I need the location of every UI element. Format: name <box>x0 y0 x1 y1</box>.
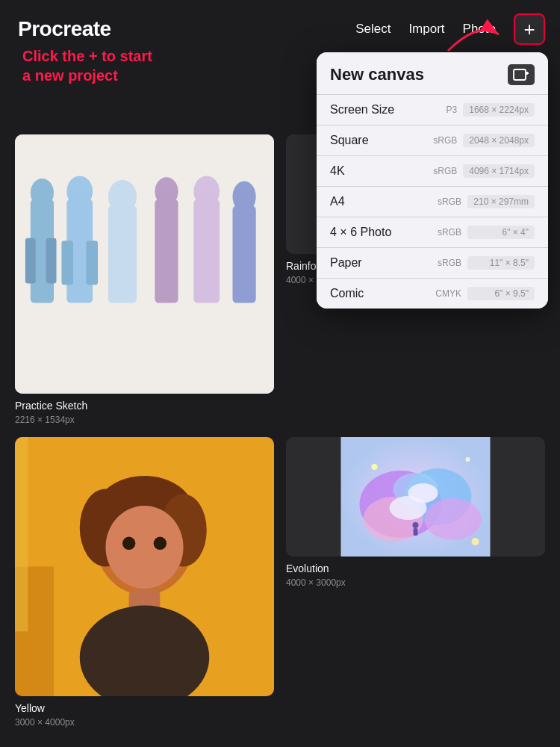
svg-rect-14 <box>193 199 220 303</box>
svg-point-40 <box>122 537 135 550</box>
svg-point-41 <box>154 537 167 550</box>
svg-point-13 <box>155 177 178 205</box>
svg-point-54 <box>472 538 479 545</box>
svg-rect-9 <box>86 241 98 285</box>
gallery-item-title-evolution: Evolution <box>286 562 545 574</box>
svg-point-53 <box>466 457 470 462</box>
photo-button[interactable]: Photo <box>463 22 496 37</box>
svg-rect-5 <box>46 238 57 284</box>
annotation-line2: a new project <box>22 66 152 85</box>
gallery-item-dims-yellow: 3000 × 4000px <box>15 717 274 728</box>
header: Procreate Select Import Photo + <box>0 0 560 52</box>
canvas-row-size-6: 6" × 9.5" <box>467 287 535 300</box>
panel-header: New canvas <box>317 52 548 94</box>
canvas-row-1[interactable]: SquaresRGB2048 × 2048px <box>317 125 548 155</box>
svg-rect-4 <box>25 238 36 284</box>
svg-rect-10 <box>108 205 137 303</box>
canvas-row-profile-0: P3 <box>447 105 458 115</box>
canvas-row-profile-5: sRGB <box>438 258 461 268</box>
svg-rect-51 <box>414 528 418 536</box>
svg-point-15 <box>193 176 220 208</box>
gallery-item-dims-practice-sketch: 2216 × 1534px <box>15 415 274 425</box>
canvas-row-size-5: 11" × 8.5" <box>467 256 535 270</box>
gallery-item-evolution[interactable]: Evolution 4000 × 3000px <box>286 437 545 728</box>
import-button[interactable]: Import <box>408 22 444 37</box>
gallery-thumb-practice-sketch <box>15 134 274 394</box>
svg-point-46 <box>425 498 482 540</box>
svg-rect-16 <box>232 205 255 303</box>
plus-icon: + <box>523 18 535 41</box>
svg-point-17 <box>232 181 255 212</box>
select-button[interactable]: Select <box>355 22 391 37</box>
gallery-thumb-evolution <box>286 437 545 557</box>
gallery-item-title-yellow: Yellow <box>15 702 274 714</box>
canvas-row-profile-4: sRGB <box>438 227 461 238</box>
canvas-row-size-3: 210 × 297mm <box>467 195 535 208</box>
canvas-row-3[interactable]: A4sRGB210 × 297mm <box>317 186 548 217</box>
canvas-row-6[interactable]: ComicCMYK6" × 9.5" <box>317 278 548 309</box>
new-canvas-button[interactable]: + <box>514 13 545 45</box>
header-actions: Select Import Photo + <box>355 13 545 45</box>
svg-rect-32 <box>15 437 28 631</box>
canvas-row-size-0: 1668 × 2224px <box>463 103 535 117</box>
gallery-item-practice-sketch[interactable]: Practice Sketch 2216 × 1534px <box>15 134 274 425</box>
svg-point-50 <box>413 522 419 528</box>
canvas-row-profile-2: sRGB <box>433 166 457 176</box>
canvas-row-name-1: Square <box>330 134 433 147</box>
canvas-row-name-5: Paper <box>330 256 438 270</box>
svg-point-37 <box>105 506 183 589</box>
gallery-item-yellow[interactable]: Yellow 3000 × 4000px <box>15 437 274 728</box>
svg-point-49 <box>408 483 438 503</box>
svg-rect-8 <box>61 241 73 285</box>
gallery-thumb-yellow <box>15 437 274 696</box>
canvas-row-name-2: 4K <box>330 164 433 178</box>
canvas-row-name-3: A4 <box>330 195 438 208</box>
canvas-row-profile-6: CMYK <box>435 288 461 299</box>
app-title: Procreate <box>18 17 111 41</box>
svg-point-7 <box>66 176 93 208</box>
canvas-row-name-6: Comic <box>330 287 435 300</box>
svg-point-52 <box>372 464 378 470</box>
canvas-row-name-0: Screen Size <box>330 103 447 117</box>
canvas-row-name-4: 4 × 6 Photo <box>330 226 438 239</box>
canvas-row-size-1: 2048 × 2048px <box>463 134 535 147</box>
panel-title: New canvas <box>330 65 424 84</box>
canvas-row-4[interactable]: 4 × 6 PhotosRGB6" × 4" <box>317 217 548 247</box>
gallery-item-title-practice-sketch: Practice Sketch <box>15 400 274 412</box>
canvas-row-0[interactable]: Screen SizeP31668 × 2224px <box>317 94 548 125</box>
canvas-row-size-4: 6" × 4" <box>467 226 535 239</box>
canvas-rows: Screen SizeP31668 × 2224pxSquaresRGB2048… <box>317 94 548 309</box>
svg-rect-12 <box>155 199 178 303</box>
canvas-row-5[interactable]: PapersRGB11" × 8.5" <box>317 247 548 278</box>
new-canvas-panel: New canvas Screen SizeP31668 × 2224pxSqu… <box>317 52 548 309</box>
svg-point-3 <box>31 179 54 207</box>
new-canvas-icon[interactable] <box>508 64 535 85</box>
canvas-row-2[interactable]: 4KsRGB4096 × 1714px <box>317 155 548 186</box>
canvas-row-profile-3: sRGB <box>438 196 461 207</box>
svg-rect-55 <box>514 69 526 80</box>
canvas-row-size-2: 4096 × 1714px <box>463 164 535 178</box>
svg-point-11 <box>108 180 137 214</box>
gallery-item-dims-evolution: 4000 × 3000px <box>286 577 545 588</box>
canvas-row-profile-1: sRGB <box>433 135 457 146</box>
